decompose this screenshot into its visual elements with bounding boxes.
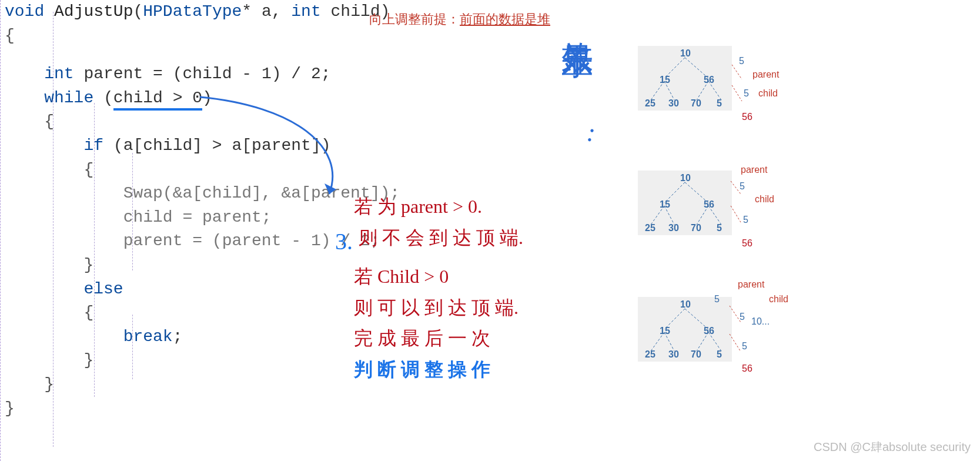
tree-diagram-1: 10 15 56 25 30 70 5 xyxy=(638,46,732,111)
note-line-1: 若 为 parent > 0. xyxy=(335,191,523,222)
tree3-side-mid-num: 5 xyxy=(740,312,745,322)
tree2-side-bot-num: 5 xyxy=(743,215,748,225)
svg-text:5: 5 xyxy=(717,349,722,359)
note-line-4: 则 可 以 到 达 顶 端. xyxy=(335,292,523,323)
code-line-blank-1 xyxy=(5,48,400,62)
tree1-side-top-num: 5 xyxy=(739,56,744,66)
svg-line-13 xyxy=(732,65,742,79)
code-line-1: void AdjustUp(HPDataType* a, int child) xyxy=(5,0,400,24)
svg-text:10: 10 xyxy=(680,48,691,58)
tree3-label-child: child xyxy=(769,294,788,305)
tree3-label-parent: parent xyxy=(738,279,764,290)
svg-text:25: 25 xyxy=(645,223,655,233)
svg-text:15: 15 xyxy=(660,199,670,209)
label-result-display: 效果显示 xyxy=(547,18,594,27)
tree1-label-parent: parent xyxy=(752,69,779,80)
tree3-side-top-num: 5 xyxy=(714,294,720,305)
code-line-17: } xyxy=(5,397,400,421)
colon-mark: : xyxy=(584,117,599,148)
tree1-below-num: 56 xyxy=(742,112,752,122)
svg-text:10: 10 xyxy=(680,173,691,183)
tree1-side-bot-num: 5 xyxy=(744,88,749,99)
svg-line-29 xyxy=(731,206,741,222)
svg-text:30: 30 xyxy=(668,349,679,359)
svg-text:25: 25 xyxy=(645,349,655,359)
tree3-side-lines xyxy=(728,300,751,359)
tree-diagram-2: 10 15 56 25 30 70 5 xyxy=(638,171,732,235)
tree3-below-num: 56 xyxy=(742,363,752,374)
svg-text:5: 5 xyxy=(717,223,722,233)
svg-text:56: 56 xyxy=(704,199,714,209)
svg-line-14 xyxy=(732,85,742,101)
note-line-3: 若 Child > 0 xyxy=(335,261,523,292)
svg-text:56: 56 xyxy=(704,75,714,85)
svg-text:56: 56 xyxy=(704,326,714,336)
code-line-2: { xyxy=(5,24,400,48)
vertical-guide xyxy=(0,0,4,461)
svg-text:70: 70 xyxy=(691,349,701,359)
tree2-label-parent: parent xyxy=(741,165,767,175)
tree3-side-bot-num: 5 xyxy=(742,341,747,352)
svg-text:25: 25 xyxy=(645,98,655,108)
svg-text:5: 5 xyxy=(717,98,722,108)
note-line-2: 3.则 不 会 到 达 顶 端. xyxy=(335,222,523,261)
code-line-3: int parent = (child - 1) / 2; xyxy=(5,62,400,86)
code-line-6: if (a[child] > a[parent]) xyxy=(5,134,400,158)
tree2-side-top-num: 5 xyxy=(740,181,745,192)
handwritten-notes: 若 为 parent > 0. 3.则 不 会 到 达 顶 端. 若 Child… xyxy=(335,191,523,385)
svg-text:30: 30 xyxy=(668,98,679,108)
tree2-label-child: child xyxy=(755,194,774,205)
svg-text:70: 70 xyxy=(691,223,701,233)
tree-diagram-3: 10 15 56 25 30 70 5 xyxy=(638,297,732,362)
svg-line-44 xyxy=(730,334,741,352)
annotation-header: 向上调整前提：前面的数据是堆 xyxy=(369,11,550,28)
tree3-right-extra: 10... xyxy=(751,316,770,327)
svg-text:15: 15 xyxy=(660,75,670,85)
tree1-label-child: child xyxy=(758,88,778,99)
svg-text:30: 30 xyxy=(668,223,679,233)
svg-text:15: 15 xyxy=(660,326,670,336)
note-line-5: 完 成 最 后 一 次 xyxy=(335,323,523,354)
code-line-4: while (child > 0) xyxy=(5,86,400,111)
note-line-6: 判 断 调 整 操 作 xyxy=(335,354,523,385)
code-line-7: { xyxy=(5,158,400,182)
svg-text:70: 70 xyxy=(691,98,701,108)
code-line-5: { xyxy=(5,110,400,134)
watermark: CSDN @C肆absolute security xyxy=(814,439,971,455)
tree2-below-num: 56 xyxy=(742,238,752,249)
svg-text:10: 10 xyxy=(680,299,691,309)
